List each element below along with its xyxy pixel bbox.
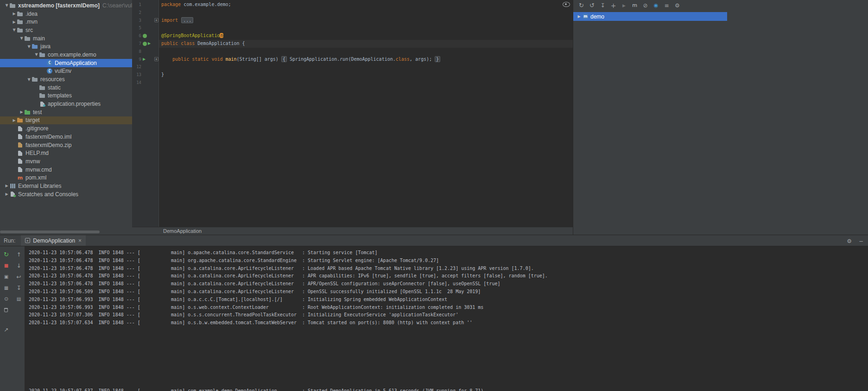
tree-item[interactable]: test	[0, 108, 132, 116]
code-line[interactable]: 3+import ...	[132, 17, 573, 25]
tree-item[interactable]: resources	[0, 75, 132, 83]
tree-item[interactable]: com.example.demo	[0, 51, 132, 59]
generate-sources-icon[interactable]: ↺	[587, 0, 597, 11]
maven-settings-wrench-icon[interactable]: ⚙	[672, 0, 683, 11]
code-line[interactable]: 2	[132, 9, 573, 17]
chevron-icon[interactable]	[11, 118, 17, 122]
settings-gear-icon[interactable]: ⚙	[847, 238, 852, 244]
tree-item[interactable]: fasterxmlDemo.zip	[0, 141, 132, 149]
inspections-eye-icon[interactable]	[563, 2, 570, 7]
breadcrumb[interactable]: DemoApplication	[132, 227, 573, 235]
pin-tab-icon[interactable]: ⊙	[0, 294, 13, 305]
tree-item[interactable]: External Libraries	[0, 182, 132, 190]
editor[interactable]: 1package com.example.demo;23+import ...5…	[132, 0, 573, 235]
tree-item[interactable]: target	[0, 116, 132, 125]
tree-item[interactable]: vulEnv	[0, 67, 132, 76]
download-sources-icon[interactable]: ↧	[597, 0, 608, 11]
add-maven-project-icon[interactable]: +	[608, 0, 619, 11]
run-tab[interactable]: DemoApplication ×	[21, 235, 86, 246]
thread-dump-icon[interactable]: ▣	[0, 271, 13, 282]
tree-item[interactable]: src	[0, 26, 132, 34]
tree-item-label: test	[33, 109, 42, 115]
close-tab-icon[interactable]: ×	[78, 237, 82, 244]
code-line[interactable]: 13}	[132, 71, 573, 79]
code-line[interactable]: 14	[132, 79, 573, 87]
console-line: 2020-11-23 10:57:06.478 INFO 1848 --- [ …	[29, 272, 868, 280]
fold-marker-icon[interactable]: +	[154, 18, 158, 22]
test-root-folder-icon	[25, 109, 31, 115]
tree-item[interactable]: HELP.md	[0, 149, 132, 157]
restore-layout-icon[interactable]: ▦	[0, 282, 13, 294]
tree-item[interactable]: .idea	[0, 10, 132, 18]
tree-item[interactable]: templates	[0, 92, 132, 100]
tree-item[interactable]: Scratches and Consoles	[0, 190, 132, 199]
code-line[interactable]: 5	[132, 24, 573, 32]
tree-item[interactable]: mvnw	[0, 157, 132, 166]
tree-item-label: DemoApplication	[55, 60, 97, 66]
reimport-maven-icon[interactable]: ↻	[576, 0, 587, 11]
tree-item[interactable]: main	[0, 34, 132, 43]
chevron-icon[interactable]	[26, 45, 32, 49]
chevron-icon[interactable]	[11, 12, 17, 16]
tree-item[interactable]: fasterxmlDemo.iml	[0, 133, 132, 141]
skip-tests-icon[interactable]: ⊘	[640, 0, 651, 11]
tree-item-label: External Libraries	[18, 183, 61, 189]
fold-marker-icon[interactable]: +	[154, 57, 158, 61]
tree-item[interactable]: xstreamdemo [fasterxmlDemo] C:\seaer\vul…	[0, 1, 132, 10]
chevron-icon[interactable]	[33, 52, 39, 57]
tree-item[interactable]: pom.xml	[0, 173, 132, 182]
up-stack-trace-icon[interactable]: ↑	[13, 249, 25, 260]
chevron-icon[interactable]	[4, 3, 10, 7]
folder-icon	[39, 93, 45, 98]
run-configuration-icon	[25, 238, 30, 243]
project-tree: xstreamdemo [fasterxmlDemo] C:\seaer\vul…	[0, 0, 132, 199]
code-line[interactable]: 6@SpringBootApplication	[132, 32, 573, 40]
run-dashboard-icon[interactable]: ↗	[0, 324, 13, 335]
run-console[interactable]: ↻■▣▦⊙↗ ↑↓↩↧▤ 2020-11-23 10:57:06.478 INF…	[0, 246, 868, 391]
spring-bean-gutter-icon[interactable]	[143, 42, 147, 46]
tree-item-label: target	[25, 117, 40, 123]
tree-item[interactable]: java	[0, 42, 132, 51]
chevron-icon[interactable]	[26, 77, 32, 82]
chevron-icon[interactable]	[11, 28, 17, 32]
console-line: 2020-11-23 10:57:06.478 INFO 1848 --- [ …	[29, 257, 868, 265]
code-line[interactable]: 9▶+ public static void main(String[] arg…	[132, 56, 573, 64]
print-icon[interactable]: ▤	[13, 294, 25, 305]
maven-profiles-icon[interactable]: ◉	[651, 0, 661, 11]
tree-item-label: resources	[40, 76, 65, 83]
clear-all-icon[interactable]	[0, 305, 13, 316]
stop-icon[interactable]: ■	[0, 260, 13, 271]
code-line[interactable]: 12	[132, 63, 573, 71]
tree-item[interactable]: .gitignore	[0, 124, 132, 133]
chevron-icon[interactable]	[4, 184, 10, 188]
view-options-icon[interactable]: ≡	[661, 0, 672, 11]
chevron-icon[interactable]	[4, 192, 10, 196]
run-gutter-icon[interactable]: ▶	[143, 56, 146, 64]
maven-project-label: demo	[590, 13, 604, 20]
down-stack-trace-icon[interactable]: ↓	[13, 260, 25, 271]
code-line[interactable]: 7▶public class DemoApplication {	[132, 40, 573, 48]
rerun-icon[interactable]: ↻	[0, 249, 13, 260]
tree-item[interactable]: mvnw.cmd	[0, 166, 132, 174]
chevron-icon[interactable]	[11, 20, 17, 24]
project-horizontal-scrollbar[interactable]	[0, 231, 100, 233]
chevron-icon[interactable]	[19, 36, 25, 40]
spring-bean-gutter-icon[interactable]	[143, 34, 147, 38]
tree-item[interactable]: application.properties	[0, 100, 132, 108]
code-line[interactable]: 8	[132, 48, 573, 56]
run-build-icon[interactable]: ▶	[619, 0, 629, 11]
maven-project-node[interactable]: demo	[573, 12, 727, 21]
code-line[interactable]: 1package com.example.demo;	[132, 1, 573, 9]
chevron-right-icon[interactable]	[576, 14, 582, 19]
tree-item[interactable]: DemoApplication	[0, 59, 132, 67]
chevron-icon[interactable]	[19, 110, 25, 114]
console-line: 2020-11-23 10:57:07.634 INFO 1848 --- [ …	[29, 319, 868, 327]
execute-goal-icon[interactable]: m	[629, 0, 640, 11]
excluded-folder-icon	[17, 117, 23, 123]
hide-panel-icon[interactable]: −	[859, 238, 863, 244]
scroll-to-end-icon[interactable]: ↧	[13, 282, 25, 294]
soft-wrap-icon[interactable]: ↩	[13, 271, 25, 282]
run-gutter-icon[interactable]: ▶	[148, 40, 151, 48]
tree-item[interactable]: .mvn	[0, 18, 132, 26]
tree-item[interactable]: static	[0, 83, 132, 92]
